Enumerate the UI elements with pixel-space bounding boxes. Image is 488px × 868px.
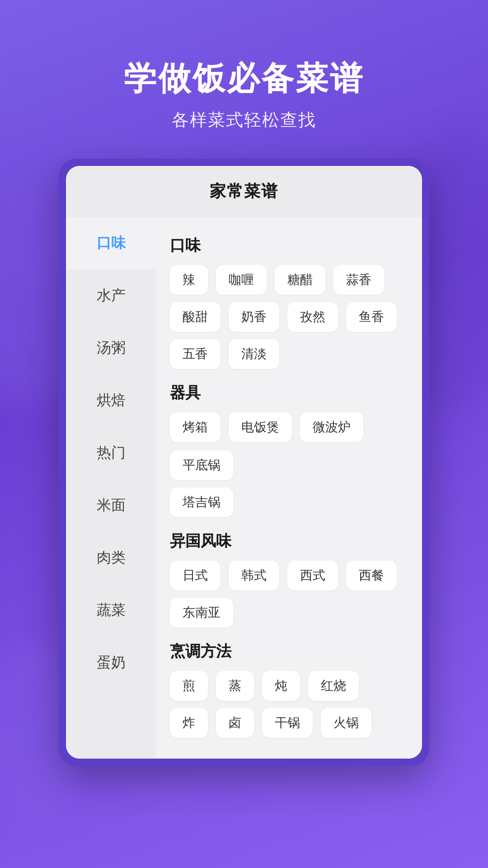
sidebar-item-dannu[interactable]: 蛋奶 xyxy=(66,637,156,689)
tag-hongshao[interactable]: 红烧 xyxy=(308,671,359,701)
main-subtitle: 各样菜式轻松查找 xyxy=(124,108,364,132)
content-area: 口味 辣 咖喱 糖醋 蒜香 酸甜 奶香 孜然 鱼香 五香 xyxy=(156,217,422,759)
tag-weibolu[interactable]: 微波炉 xyxy=(300,412,363,442)
section-yiguo: 异国风味 日式 韩式 西式 西餐 东南亚 xyxy=(170,531,408,627)
tag-ziran[interactable]: 孜然 xyxy=(287,302,338,332)
tag-xican[interactable]: 西餐 xyxy=(346,561,397,590)
tags-row-pengtiao-1: 煎 蒸 炖 红烧 xyxy=(170,671,408,701)
sidebar-item-remen[interactable]: 热门 xyxy=(66,427,156,479)
tag-dongnanya[interactable]: 东南亚 xyxy=(170,598,233,627)
tag-tajiguo[interactable]: 塔吉锅 xyxy=(170,487,233,517)
tag-dianchaoguo[interactable]: 电饭煲 xyxy=(229,412,292,442)
tag-kaoxiang[interactable]: 烤箱 xyxy=(170,412,221,442)
tag-pingdiguo[interactable]: 平底锅 xyxy=(170,450,233,480)
sidebar-item-tangzhou[interactable]: 汤粥 xyxy=(66,322,156,374)
tag-suanxiang[interactable]: 蒜香 xyxy=(333,265,384,295)
sidebar-item-roulei[interactable]: 肉类 xyxy=(66,532,156,584)
tag-kafei[interactable]: 咖喱 xyxy=(216,265,267,295)
section-pengtiao: 烹调方法 煎 蒸 炖 红烧 炸 卤 干锅 火锅 xyxy=(170,641,408,738)
sidebar-item-mimian[interactable]: 米面 xyxy=(66,479,156,532)
tag-tangcu[interactable]: 糖醋 xyxy=(275,265,325,295)
sidebar-item-hongbei[interactable]: 烘焙 xyxy=(66,374,156,427)
tag-dun[interactable]: 炖 xyxy=(262,671,300,701)
sidebar-item-shuichan[interactable]: 水产 xyxy=(66,269,156,322)
card-header: 家常菜谱 xyxy=(66,166,422,217)
sidebar-item-shucai[interactable]: 蔬菜 xyxy=(66,584,156,637)
recipe-card: 家常菜谱 口味 水产 汤粥 烘焙 热门 米面 肉类 蔬菜 蛋奶 口味 xyxy=(66,166,422,759)
main-title: 学做饭必备菜谱 xyxy=(124,59,364,98)
tags-row-yiguo-2: 东南亚 xyxy=(170,598,408,627)
section-qiju: 器具 烤箱 电饭煲 微波炉 平底锅 塔吉锅 xyxy=(170,382,408,517)
tag-wuxiang[interactable]: 五香 xyxy=(170,339,221,369)
tag-yuxiang[interactable]: 鱼香 xyxy=(346,302,397,332)
tag-ganguo[interactable]: 干锅 xyxy=(262,708,313,738)
tag-jian[interactable]: 煎 xyxy=(170,671,208,701)
tags-row-qiju-1: 烤箱 电饭煲 微波炉 平底锅 xyxy=(170,412,408,480)
tag-hanshi[interactable]: 韩式 xyxy=(229,561,279,590)
section-title-yiguo: 异国风味 xyxy=(170,531,408,552)
section-title-qiju: 器具 xyxy=(170,382,408,403)
tag-zha[interactable]: 炸 xyxy=(170,708,208,738)
category-sidebar: 口味 水产 汤粥 烘焙 热门 米面 肉类 蔬菜 蛋奶 xyxy=(66,217,156,759)
tags-row-kouwei-1: 辣 咖喱 糖醋 蒜香 xyxy=(170,265,408,295)
tag-la[interactable]: 辣 xyxy=(170,265,208,295)
tag-suantian[interactable]: 酸甜 xyxy=(170,302,221,332)
tag-qingdan[interactable]: 清淡 xyxy=(229,339,279,369)
tag-naixiang[interactable]: 奶香 xyxy=(229,302,279,332)
section-title-kouwei: 口味 xyxy=(170,235,408,256)
tag-zheng[interactable]: 蒸 xyxy=(216,671,254,701)
page-header: 学做饭必备菜谱 各样菜式轻松查找 xyxy=(124,0,364,159)
tags-row-pengtiao-2: 炸 卤 干锅 火锅 xyxy=(170,708,408,738)
tag-lu[interactable]: 卤 xyxy=(216,708,254,738)
section-kouwei: 口味 辣 咖喱 糖醋 蒜香 酸甜 奶香 孜然 鱼香 五香 xyxy=(170,235,408,369)
card-body: 口味 水产 汤粥 烘焙 热门 米面 肉类 蔬菜 蛋奶 口味 辣 咖喱 糖醋 xyxy=(66,217,422,759)
card-title: 家常菜谱 xyxy=(210,182,278,200)
tags-row-yiguo-1: 日式 韩式 西式 西餐 xyxy=(170,561,408,590)
sidebar-item-kouwei[interactable]: 口味 xyxy=(66,217,156,269)
section-title-pengtiao: 烹调方法 xyxy=(170,641,408,662)
tags-row-kouwei-2: 酸甜 奶香 孜然 鱼香 xyxy=(170,302,408,332)
card-wrapper: 家常菜谱 口味 水产 汤粥 烘焙 热门 米面 肉类 蔬菜 蛋奶 口味 xyxy=(59,159,429,766)
tags-row-kouwei-3: 五香 清淡 xyxy=(170,339,408,369)
tag-rishi[interactable]: 日式 xyxy=(170,561,221,590)
tags-row-qiju-2: 塔吉锅 xyxy=(170,487,408,517)
tag-huoguo[interactable]: 火锅 xyxy=(321,708,371,738)
tag-xishi[interactable]: 西式 xyxy=(287,561,338,590)
